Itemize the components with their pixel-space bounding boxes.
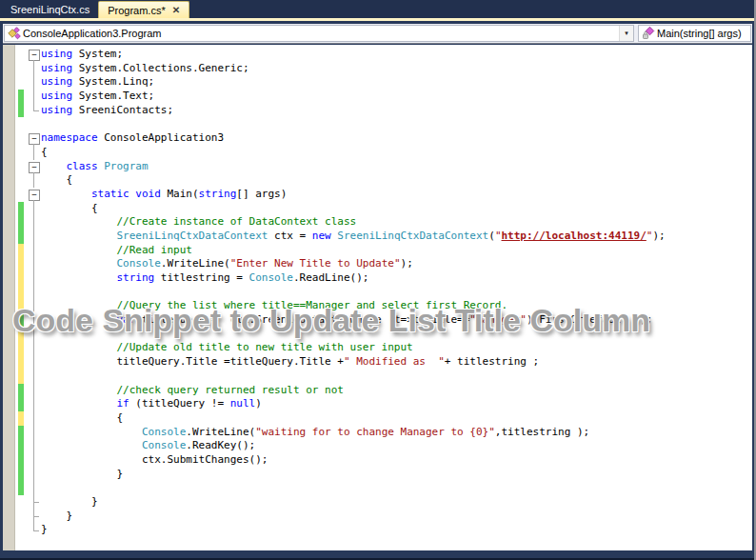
code-text: using System.Collections.Generic;	[41, 62, 249, 76]
code-text: static void Main(string[] args)	[41, 188, 287, 202]
method-icon	[642, 27, 655, 40]
change-tracking-bar	[18, 62, 24, 76]
code-line[interactable]: {	[18, 146, 752, 160]
fold-guide	[28, 397, 41, 411]
code-line[interactable]: var titleQuery = ctx.Sreenicontacts.Wher…	[18, 313, 752, 328]
code-line[interactable]: SreeniLinqCtxDataContext ctx = new Sreen…	[18, 230, 752, 244]
code-line[interactable]: titleQuery.Title =titleQuery.Title +" Mo…	[18, 355, 752, 370]
change-tracking-bar	[18, 230, 24, 244]
code-line[interactable]: {	[18, 202, 752, 216]
code-line[interactable]: using System.Collections.Generic;	[18, 62, 752, 76]
fold-guide	[28, 439, 41, 453]
code-line[interactable]: Console.ReadKey();	[18, 439, 752, 453]
code-text: }	[41, 468, 123, 482]
code-line[interactable]: ctx.SubmitChanges();	[18, 453, 752, 468]
change-tracking-bar	[18, 495, 24, 510]
fold-guide	[28, 468, 41, 482]
code-editor[interactable]: using System;using System.Collections.Ge…	[3, 45, 752, 550]
change-tracking-bar	[18, 188, 24, 202]
code-text: //Read input	[41, 244, 192, 258]
fold-guide	[28, 453, 41, 468]
fold-guide	[28, 495, 41, 510]
code-text: }	[41, 510, 72, 524]
code-line[interactable]	[18, 286, 752, 300]
change-tracking-bar	[18, 104, 24, 118]
tab-label: SreeniLinqCtx.cs	[10, 1, 90, 18]
tab-label: Program.cs*	[108, 2, 166, 19]
type-dropdown-value: ConsoleApplication3.Program	[21, 28, 162, 39]
change-tracking-bar	[18, 48, 24, 62]
change-tracking-bar	[18, 131, 24, 146]
tab-sreenilinqctx[interactable]: SreeniLinqCtx.cs	[2, 1, 98, 18]
code-text: titleQuery.Title =titleQuery.Title +" Mo…	[41, 355, 539, 370]
code-line[interactable]: {	[18, 173, 752, 188]
change-tracking-bar	[18, 299, 24, 313]
code-line[interactable]: }	[18, 468, 752, 482]
change-tracking-bar	[18, 313, 24, 328]
code-line[interactable]: //Update old title to new title with use…	[18, 341, 752, 355]
change-tracking-bar	[18, 244, 24, 258]
change-tracking-bar	[18, 271, 24, 286]
class-icon	[8, 27, 21, 40]
code-text: Console.ReadKey();	[41, 439, 255, 453]
member-dropdown[interactable]: Main(string[] args)	[638, 25, 751, 42]
code-line[interactable]: }	[18, 510, 752, 524]
change-tracking-bar	[18, 90, 24, 104]
change-tracking-bar	[18, 257, 24, 271]
code-line[interactable]: //check query returned result or not	[18, 384, 752, 398]
fold-guide	[28, 341, 41, 355]
fold-guide	[28, 173, 41, 188]
code-line[interactable]: if (titleQuery != null)	[18, 397, 752, 411]
code-text: class Program	[41, 160, 149, 174]
change-tracking-bar	[18, 468, 24, 482]
fold-collapse-icon[interactable]	[28, 188, 41, 202]
code-text: }	[41, 495, 98, 510]
fold-guide	[28, 90, 41, 104]
code-line[interactable]: }	[18, 523, 752, 537]
chevron-down-icon[interactable]: ▾	[619, 26, 633, 41]
type-dropdown[interactable]: ConsoleApplication3.Program ▾	[4, 25, 634, 42]
code-line[interactable]	[18, 481, 752, 495]
code-line[interactable]: Console.WriteLine("waiting for to change…	[18, 426, 752, 440]
code-text: var titleQuery = ctx.Sreenicontacts.Wher…	[41, 313, 652, 328]
code-line[interactable]: Console.WriteLine("Enter New Title to Up…	[18, 257, 752, 271]
change-tracking-bar	[18, 411, 24, 426]
tab-program[interactable]: Program.cs* ✕	[98, 1, 189, 18]
change-tracking-bar	[18, 160, 24, 174]
fold-guide	[28, 426, 41, 440]
code-line[interactable]: //Read input	[18, 244, 752, 258]
change-tracking-bar	[18, 173, 24, 188]
code-line[interactable]: static void Main(string[] args)	[18, 188, 752, 202]
fold-collapse-icon[interactable]	[28, 48, 41, 62]
fold-guide	[28, 230, 41, 244]
code-area[interactable]: using System;using System.Collections.Ge…	[18, 48, 752, 537]
code-line[interactable]: }	[18, 495, 752, 510]
breakpoint-margin[interactable]	[3, 45, 15, 550]
fold-guide	[28, 328, 41, 342]
code-line[interactable]: using System;	[18, 48, 752, 62]
code-line[interactable]: class Program	[18, 160, 752, 174]
code-line[interactable]	[18, 328, 752, 342]
code-line[interactable]: {	[18, 411, 752, 426]
code-line[interactable]: using System.Text;	[18, 90, 752, 104]
code-line[interactable]: namespace ConsoleApplication3	[18, 131, 752, 146]
code-line[interactable]: //Create instance of DataContext class	[18, 215, 752, 230]
fold-collapse-icon[interactable]	[28, 131, 41, 146]
code-line[interactable]	[18, 370, 752, 384]
fold-guide	[28, 370, 41, 384]
code-line[interactable]: using SreeniContacts;	[18, 104, 752, 118]
fold-guide	[28, 117, 41, 131]
code-text: //Create instance of DataContext class	[41, 215, 356, 230]
fold-guide	[28, 523, 41, 537]
close-icon[interactable]: ✕	[172, 6, 180, 15]
fold-collapse-icon[interactable]	[28, 160, 41, 174]
code-text: namespace ConsoleApplication3	[41, 131, 224, 146]
code-line[interactable]: //Query the list where title==Manager an…	[18, 299, 752, 313]
code-line[interactable]	[18, 117, 752, 131]
change-tracking-bar	[18, 439, 24, 453]
code-line[interactable]: string titlestring = Console.ReadLine();	[18, 271, 752, 286]
member-dropdown-value: Main(string[] args)	[655, 28, 742, 39]
change-tracking-bar	[18, 75, 24, 90]
code-line[interactable]: using System.Linq;	[18, 75, 752, 90]
fold-guide	[28, 244, 41, 258]
